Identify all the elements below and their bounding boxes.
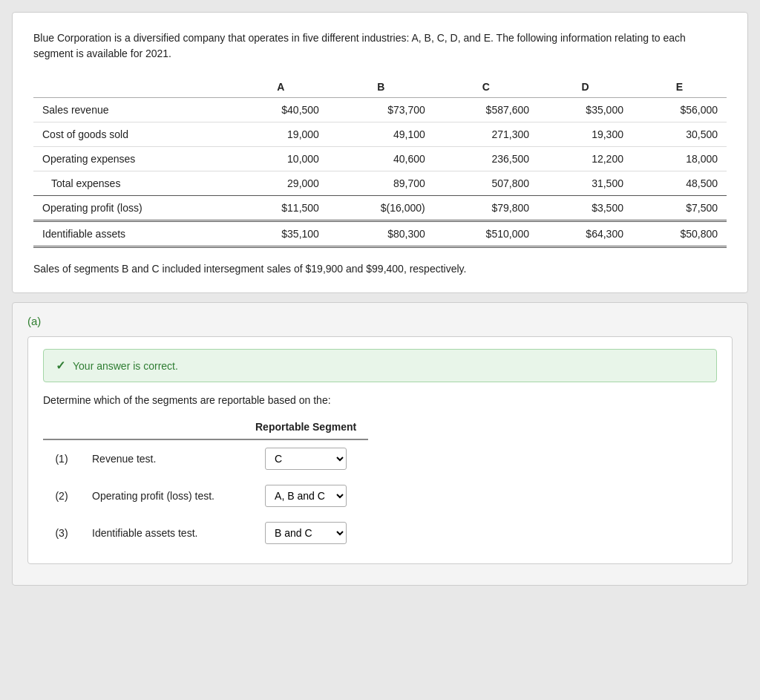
table-row-label: Operating expenses xyxy=(33,147,234,171)
question-text: Determine which of the segments are repo… xyxy=(43,394,717,406)
table-cell-c: $587,600 xyxy=(434,98,538,122)
table-cell-e: 30,500 xyxy=(632,122,727,147)
table-cell-c: 507,800 xyxy=(434,171,538,196)
answer-row: (2)Operating profit (loss) test.A, B and… xyxy=(43,477,368,514)
col-header-c: C xyxy=(434,76,538,98)
table-cell-b: 40,600 xyxy=(328,147,434,171)
table-cell-d: $3,500 xyxy=(538,196,632,221)
table-cell-e: $7,500 xyxy=(632,196,727,221)
answer-row-num: (3) xyxy=(43,514,80,552)
table-cell-d: 31,500 xyxy=(538,171,632,196)
table-cell-a: $11,500 xyxy=(234,196,328,221)
table-row-label: Operating profit (loss) xyxy=(33,196,234,221)
table-cell-e: $56,000 xyxy=(632,98,727,122)
checkmark-icon: ✓ xyxy=(56,359,65,373)
answer-row-select-cell[interactable]: A, B and CA and CB and CC xyxy=(243,477,368,514)
section-a-label: (a) xyxy=(27,315,733,327)
correct-message: Your answer is correct. xyxy=(73,360,178,372)
table-cell-d: 19,300 xyxy=(538,122,632,147)
table-cell-b: $80,300 xyxy=(328,221,434,247)
answer-col-num xyxy=(43,416,80,439)
table-cell-a: 29,000 xyxy=(234,171,328,196)
intro-text: Blue Corporation is a diversified compan… xyxy=(33,30,727,62)
answer-row-num: (1) xyxy=(43,439,80,477)
table-cell-e: 18,000 xyxy=(632,147,727,171)
table-cell-a: 10,000 xyxy=(234,147,328,171)
footnote: Sales of segments B and C included inter… xyxy=(33,263,727,275)
table-cell-b: 49,100 xyxy=(328,122,434,147)
table-cell-d: 12,200 xyxy=(538,147,632,171)
col-header-d: D xyxy=(538,76,632,98)
answer-col-header: Reportable Segment xyxy=(243,416,368,439)
data-table: A B C D E Sales revenue$40,500$73,700$58… xyxy=(33,76,727,248)
answer-dropdown-1[interactable]: CB and CA, B and CA and C xyxy=(265,448,347,470)
table-cell-a: $35,100 xyxy=(234,221,328,247)
answer-row-select-cell[interactable]: CB and CA, B and CA and C xyxy=(243,439,368,477)
table-row-label: Identifiable assets xyxy=(33,221,234,247)
table-row-label: Total expenses xyxy=(33,171,234,196)
answer-table: Reportable Segment (1)Revenue test.CB an… xyxy=(43,416,368,552)
col-header-e: E xyxy=(632,76,727,98)
col-header-b: B xyxy=(328,76,434,98)
answer-row-label: Operating profit (loss) test. xyxy=(80,477,243,514)
answer-row-select-cell[interactable]: B and CCA and CA, B and C xyxy=(243,514,368,552)
section-a-panel: (a) ✓ Your answer is correct. Determine … xyxy=(12,302,748,586)
answer-dropdown-3[interactable]: B and CCA and CA, B and C xyxy=(265,522,347,544)
table-cell-a: $40,500 xyxy=(234,98,328,122)
table-cell-d: $35,000 xyxy=(538,98,632,122)
table-cell-c: 236,500 xyxy=(434,147,538,171)
answer-row-label: Identifiable assets test. xyxy=(80,514,243,552)
problem-card: Blue Corporation is a diversified compan… xyxy=(12,12,748,293)
col-header-a: A xyxy=(234,76,328,98)
answer-row-num: (2) xyxy=(43,477,80,514)
answer-row-label: Revenue test. xyxy=(80,439,243,477)
table-cell-c: $510,000 xyxy=(434,221,538,247)
table-cell-d: $64,300 xyxy=(538,221,632,247)
table-row-label: Cost of goods sold xyxy=(33,122,234,147)
correct-banner: ✓ Your answer is correct. xyxy=(43,349,717,382)
table-cell-a: 19,000 xyxy=(234,122,328,147)
table-cell-b: $73,700 xyxy=(328,98,434,122)
table-cell-b: 89,700 xyxy=(328,171,434,196)
answer-dropdown-2[interactable]: A, B and CA and CB and CC xyxy=(265,485,347,507)
answer-row: (1)Revenue test.CB and CA, B and CA and … xyxy=(43,439,368,477)
table-cell-e: 48,500 xyxy=(632,171,727,196)
table-cell-c: $79,800 xyxy=(434,196,538,221)
answer-row: (3)Identifiable assets test.B and CCA an… xyxy=(43,514,368,552)
table-cell-b: $(16,000) xyxy=(328,196,434,221)
table-cell-c: 271,300 xyxy=(434,122,538,147)
answer-col-label xyxy=(80,416,243,439)
table-row-label: Sales revenue xyxy=(33,98,234,122)
table-cell-e: $50,800 xyxy=(632,221,727,247)
col-header-empty xyxy=(33,76,234,98)
